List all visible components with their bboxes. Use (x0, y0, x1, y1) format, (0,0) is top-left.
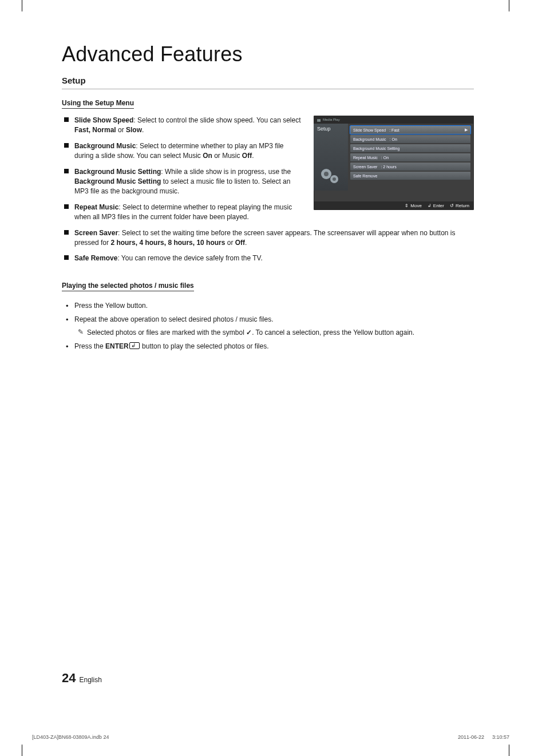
note-text: Selected photos or files are marked with… (87, 327, 414, 338)
item-text: : You can remove the device safely from … (117, 254, 262, 262)
updown-icon: ⇕ (405, 203, 409, 208)
item-label: Safe Remove (74, 254, 117, 262)
tv-row-value: : On (381, 156, 389, 160)
tv-row-label: Screen Saver (353, 165, 377, 169)
crop-mark-top (22, 0, 509, 11)
enter-icon (129, 342, 140, 349)
page-language: English (79, 676, 101, 684)
list-item: Press the ENTER button to play the selec… (62, 341, 474, 352)
tv-row-label: Background Music (353, 137, 386, 141)
tv-foot-label: Enter (433, 203, 444, 208)
tv-row-label: Slide Show Speed (353, 128, 386, 132)
list-item: Background Music: Select to determine wh… (62, 141, 304, 161)
item-text: : While a slide show is in progress, use… (161, 168, 291, 176)
item-bold: Background Music Setting (74, 177, 161, 185)
item-bold: 2 hours, 4 hours, 8 hours, 10 hours (110, 239, 225, 247)
tv-row-label: Safe Remove (353, 174, 377, 178)
content-area: Advanced Features Setup Using the Setup … (62, 42, 474, 355)
tv-row-value: : 2 hours (381, 165, 396, 169)
tv-sidebar-label: Setup (314, 124, 348, 132)
item-text: or (116, 126, 126, 134)
item-bold: On (203, 152, 212, 160)
page-number-value: 24 (62, 671, 76, 686)
gear-icon (318, 163, 341, 186)
item-text: . (245, 239, 247, 247)
tv-menu-row: Slide Show Speed: Fast ▶ (350, 126, 470, 134)
item-text: Press the (74, 342, 105, 350)
item-text: or Music (212, 152, 242, 160)
crop-mark-bottom (22, 745, 509, 756)
list-item: Slide Show Speed: Select to control the … (62, 116, 304, 136)
note-icon: ✎ (78, 328, 84, 335)
tv-row-value: : On (390, 137, 397, 141)
tv-brand-label: Media Play (323, 118, 340, 121)
row-with-tv: Slide Show Speed: Select to control the … (62, 116, 474, 228)
item-label: Screen Saver (74, 229, 118, 237)
list-item: Background Music Setting: While a slide … (62, 167, 304, 197)
tv-row-label: Background Music Setting (353, 147, 399, 151)
tv-body: Setup Slide Show Speed: Fast (314, 124, 474, 191)
footer-timestamp: 2011-06-22 3:10:57 (458, 734, 509, 740)
list-item: Repeat Music: Select to determine whethe… (62, 203, 304, 223)
tv-foot-label: Return (456, 203, 469, 208)
list-item: Safe Remove: You can remove the device s… (62, 254, 474, 263)
tv-menu-row: Background Music: On (350, 135, 470, 143)
tv-sidebar: Setup (314, 124, 348, 191)
tv-row-label: Repeat Music (353, 156, 378, 160)
setup-items-full: Screen Saver: Select to set the waiting … (62, 228, 474, 264)
item-text: Selected photos or files are marked with… (87, 328, 246, 337)
item-text: button to play the selected photos or fi… (140, 342, 269, 350)
item-bold: Fast, Normal (74, 126, 116, 134)
item-bold: ENTER (105, 342, 129, 350)
tv-foot-label: Move (410, 203, 422, 208)
tv-menu-figure: ▮▮ Media Play Setup (314, 116, 474, 210)
item-text: or (225, 239, 235, 247)
enter-icon: ↲ (428, 203, 432, 208)
tv-foot-return: ↺Return (450, 203, 469, 208)
play-steps: Press the Yellow button. Repeat the abov… (62, 300, 474, 352)
play-icon: ▶ (465, 128, 468, 132)
return-icon: ↺ (450, 203, 454, 208)
item-text: . (252, 152, 254, 160)
tv-menu-row: Repeat Music: On (350, 153, 470, 161)
check-icon: ✓ (246, 327, 252, 338)
item-bold: Off (242, 152, 252, 160)
subheading-using-setup: Using the Setup Menu (62, 99, 134, 109)
tv-menu-list: Slide Show Speed: Fast ▶ Background Musi… (348, 124, 474, 191)
section-heading: Setup (62, 76, 474, 89)
item-label: Repeat Music (74, 203, 118, 211)
item-bold: Off (235, 239, 245, 247)
svg-point-3 (333, 177, 336, 181)
item-label: Slide Show Speed (74, 116, 133, 124)
item-text: . To cancel a selection, press the Yello… (252, 328, 414, 337)
tv-screen: ▮▮ Media Play Setup (314, 116, 474, 210)
subheading-playing: Playing the selected photos / music file… (62, 282, 194, 291)
tv-titlebar: ▮▮ Media Play (314, 116, 474, 124)
tv-footer: ⇕Move ↲Enter ↺Return (314, 201, 474, 210)
page-title: Advanced Features (62, 42, 474, 66)
setup-items-left: Slide Show Speed: Select to control the … (62, 116, 304, 223)
item-label: Background Music Setting (74, 168, 161, 176)
item-label: Background Music (74, 142, 136, 150)
tv-menu-row: Screen Saver: 2 hours (350, 163, 470, 171)
text-column: Slide Show Speed: Select to control the … (62, 116, 304, 228)
tv-foot-enter: ↲Enter (428, 203, 444, 208)
tv-brand-icon: ▮▮ (317, 118, 321, 122)
tv-menu-row: Background Music Setting (350, 144, 470, 152)
list-item: Repeat the above operation to select des… (62, 314, 474, 338)
footer-filepath: [LD403-ZA]BN68-03809A.indb 24 (32, 734, 109, 740)
svg-point-1 (324, 172, 329, 176)
list-item: Press the Yellow button. (62, 300, 474, 311)
tv-row-value: : Fast (389, 128, 399, 132)
item-text: . (142, 126, 144, 134)
list-item: Screen Saver: Select to set the waiting … (62, 228, 474, 248)
page: Advanced Features Setup Using the Setup … (0, 0, 546, 756)
item-text: : Select to control the slide show speed… (133, 116, 300, 124)
item-text: Repeat the above operation to select des… (74, 315, 274, 323)
tv-menu-row: Safe Remove (350, 172, 470, 180)
tv-foot-move: ⇕Move (405, 203, 422, 208)
page-number: 24 English (62, 671, 102, 686)
note-row: ✎ Selected photos or files are marked wi… (78, 327, 474, 338)
item-bold: Slow (126, 126, 142, 134)
